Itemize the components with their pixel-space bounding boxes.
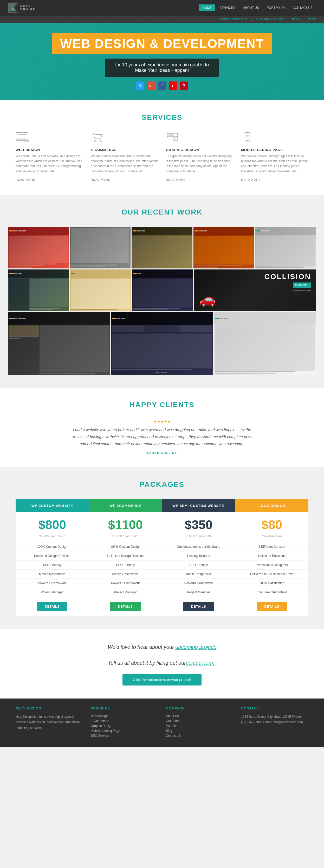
pkg-wp-semi-period: $19.00 / per month <box>162 533 235 542</box>
pkg-feature: SEO Friendly <box>89 561 162 570</box>
pkg-wp-ecommerce-header: WP ECOMMERCE <box>89 499 162 513</box>
footer-link-contact[interactable]: Contact Us <box>166 734 233 738</box>
pkg-wp-semi-price: $350 <box>162 513 235 533</box>
footer-link-ecommerce[interactable]: E-Commerce <box>91 719 158 723</box>
portfolio-item-4[interactable] <box>193 227 254 269</box>
package-wp-ecommerce: WP ECOMMERCE $1100 $19.00 / per month 10… <box>89 499 162 616</box>
pkg-wp-custom-price: $800 <box>15 513 89 533</box>
pkg-feature: Powerful Framework <box>162 579 235 588</box>
topbar-faqs[interactable]: FAQS <box>292 18 299 21</box>
portfolio-item-2[interactable] <box>70 227 131 269</box>
topbar-flat-fee[interactable]: FLAT FEE SUPPORT <box>256 18 283 21</box>
cta-upcoming-project-link[interactable]: upcoming project. <box>175 644 216 650</box>
service-graphic-design-read-more[interactable]: READ MORE <box>166 178 186 182</box>
twitter-icon[interactable]: 𝕏 <box>136 82 144 90</box>
package-logo: LOGO DESIGN $80 One Time Fee 3 Different… <box>235 499 309 616</box>
topbar-submit-project[interactable]: SUBMIT A PROJECT <box>220 18 247 21</box>
service-web-design-name: WEB DESIGN <box>15 148 83 152</box>
pkg-wp-custom-header: WP CUSTOM WEBSITE <box>15 499 89 513</box>
site-header: NETY DESIGN HOME SERVICES ABOUT US PORTF… <box>0 0 324 16</box>
pkg-feature: Mobile Responsive <box>162 570 235 579</box>
service-ecommerce-read-more[interactable]: READ MORE <box>91 178 110 182</box>
pkg-feature: SEO Friendly <box>15 561 89 570</box>
footer-link-web-design[interactable]: Web Design <box>91 714 158 718</box>
pkg-wp-custom-details-button[interactable]: DETAILS <box>37 602 67 611</box>
services-section: SERVICES WEB DESIGN We create unique and… <box>0 100 324 195</box>
portfolio-item-6[interactable] <box>8 270 69 311</box>
nav-services[interactable]: SERVICES <box>216 4 239 11</box>
topbar-blog[interactable]: BLOG <box>308 18 316 21</box>
footer-link-about[interactable]: About Us <box>166 714 233 718</box>
svg-rect-1 <box>12 8 14 10</box>
footer-link-blog[interactable]: Blog <box>166 729 233 733</box>
cta-contact-form-link[interactable]: contact form. <box>186 660 216 666</box>
service-web-design: WEB DESIGN We create unique and one-of-a… <box>15 132 83 182</box>
portfolio-item-7[interactable] <box>70 270 131 311</box>
portfolio-item-1[interactable] <box>8 227 69 269</box>
svg-point-8 <box>100 141 101 142</box>
footer-link-mobile[interactable]: Mobile Landing Page <box>91 729 158 733</box>
portfolio-item-5[interactable] <box>255 227 316 269</box>
service-web-design-read-more[interactable]: READ MORE <box>15 178 35 182</box>
pkg-wp-ecommerce-features: 100% Custom Design Unlimited Design Revi… <box>89 542 162 597</box>
pkg-feature: SEO Friendly <box>162 561 235 570</box>
service-ecommerce: E-COMMERCE We are a dedicated team that … <box>91 132 158 182</box>
hero-subtitle: for 10 years of experience our main goal… <box>105 59 219 77</box>
youtube-icon[interactable]: ▶ <box>169 82 177 90</box>
service-web-design-desc: We create unique and one-of-a-kind desig… <box>15 154 83 174</box>
portfolio-item-3[interactable] <box>132 227 192 269</box>
facebook-icon[interactable]: f <box>158 82 166 90</box>
logo[interactable]: NETY DESIGN <box>8 3 36 13</box>
portfolio-row-2: COLLISION 🚗 BESTJOBS NEED A LAWYER? <box>8 270 316 311</box>
cta-start-project-button[interactable]: Click the button to start your project! <box>122 674 202 685</box>
pkg-feature: Hosting included <box>162 551 235 561</box>
nav-home[interactable]: HOME <box>199 4 215 11</box>
pkg-logo-details-button[interactable]: DETAILS <box>257 602 287 611</box>
portfolio-item-12[interactable]: What We Do... <box>111 312 213 375</box>
pinterest-icon[interactable]: P <box>180 82 188 90</box>
portfolio-item-11[interactable] <box>8 312 110 375</box>
services-title: SERVICES <box>15 113 309 122</box>
service-mobile: MOBILE LADING PAGE We provide mobile lan… <box>241 132 309 182</box>
portfolio-item-8[interactable] <box>132 270 193 311</box>
footer-services-title: SERVICES <box>91 706 158 710</box>
cta-section: We'd love to hear about your upcoming pr… <box>0 629 324 699</box>
pkg-wp-ecommerce-details-button[interactable]: DETAILS <box>110 602 141 611</box>
pkg-logo-period: One Time Fee <box>235 533 309 542</box>
pkg-feature: Project Manager <box>15 588 89 597</box>
topbar: SUBMIT A PROJECT | FLAT FEE SUPPORT | FA… <box>0 16 324 23</box>
pkg-feature: Risk Free Guaranteed <box>235 588 309 597</box>
services-grid: WEB DESIGN We create unique and one-of-a… <box>15 132 309 182</box>
pkg-wp-semi-details-button[interactable]: DETAILS <box>183 602 214 611</box>
footer-col-services: SERVICES Web Design E-Commerce Graphic D… <box>91 706 158 739</box>
pkg-wp-semi-header: WP SEMI-CUSTOM WEBSITE <box>162 499 235 513</box>
footer-link-graphic[interactable]: Graphic Design <box>91 724 158 728</box>
pkg-feature: Mobile Responsive <box>89 570 162 579</box>
main-nav: HOME SERVICES ABOUT US PORTFOLIO CONTACT… <box>199 4 316 11</box>
portfolio-collision[interactable]: COLLISION 🚗 BESTJOBS NEED A LAWYER? <box>194 270 316 311</box>
service-ecommerce-name: E-COMMERCE <box>91 148 158 152</box>
footer-link-seo[interactable]: SEO Services <box>91 734 158 738</box>
pkg-feature: Unlimited Design Revision <box>89 551 162 561</box>
service-mobile-read-more[interactable]: READ MORE <box>241 178 261 182</box>
nav-about[interactable]: ABOUT US <box>240 4 263 11</box>
package-wp-semi: WP SEMI-CUSTOM WEBSITE $350 $19.00 / per… <box>162 499 235 616</box>
pkg-feature: 100% Custom Design <box>89 542 162 551</box>
cta-text-1: We'd love to hear about your upcoming pr… <box>26 642 298 652</box>
google-plus-icon[interactable]: G+ <box>147 82 155 90</box>
pkg-feature: Powerful Framework <box>15 579 89 588</box>
nav-contact[interactable]: CONTACT US <box>289 4 316 11</box>
portfolio-title: OUR RECENT WORK <box>8 208 316 216</box>
portfolio-item-13[interactable] <box>214 312 316 375</box>
svg-marker-10 <box>167 134 173 137</box>
svg-rect-3 <box>16 138 28 140</box>
testimonial-text: I had a website two years before and it … <box>71 426 253 447</box>
footer-col-company: COMPANY About Us Our Team Portfolio Blog… <box>166 706 233 739</box>
pkg-feature: Professional Designers <box>235 561 309 570</box>
pkg-feature: 3 Different Concept <box>235 542 309 551</box>
site-footer: NETY DESIGN Nety Design is a full servic… <box>0 699 324 747</box>
hero-social-icons: 𝕏 G+ f ▶ P <box>136 82 188 90</box>
footer-link-team[interactable]: Our Team <box>166 719 233 723</box>
nav-portfolio[interactable]: PORTFOLIO <box>263 4 288 11</box>
footer-link-portfolio[interactable]: Portfolio <box>166 724 233 728</box>
